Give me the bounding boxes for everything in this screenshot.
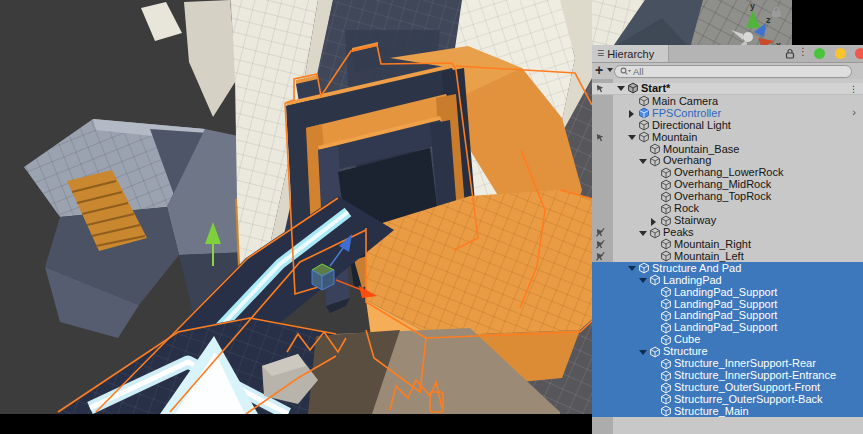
hierarchy-row[interactable]: FPSController› bbox=[592, 107, 863, 119]
row-kebab-icon[interactable]: ⋮ bbox=[849, 83, 858, 95]
row-label: Mountain_Right bbox=[674, 239, 751, 250]
prefab-open-chevron[interactable]: › bbox=[852, 106, 856, 118]
hierarchy-panel: ☰ Hierarchy ⋮ + All Start*⋮ Mai bbox=[592, 45, 863, 434]
unity-editor: y z x ☰ Hierarchy ⋮ + All bbox=[0, 0, 863, 434]
cube-icon bbox=[660, 238, 672, 250]
cube-icon bbox=[660, 358, 672, 370]
hierarchy-row[interactable]: Start*⋮ bbox=[592, 83, 863, 96]
expand-arrow bbox=[649, 239, 660, 249]
hierarchy-row[interactable]: Main Camera bbox=[592, 95, 863, 107]
lock-icon[interactable] bbox=[785, 48, 795, 59]
hierarchy-toolbar: + All bbox=[592, 63, 863, 79]
row-label: Cube bbox=[674, 334, 700, 345]
row-label: Overhang_TopRock bbox=[674, 191, 771, 202]
expand-arrow[interactable] bbox=[616, 83, 627, 93]
hierarchy-row[interactable]: Cube bbox=[592, 334, 863, 346]
cube-icon bbox=[660, 405, 672, 417]
add-dropdown-caret[interactable] bbox=[607, 68, 613, 72]
expand-arrow[interactable] bbox=[638, 347, 649, 357]
hierarchy-row[interactable]: Mountain_Base bbox=[592, 143, 863, 155]
row-label: Mountain_Base bbox=[663, 144, 739, 155]
cube-icon bbox=[649, 227, 661, 239]
row-label: LandingPad_Support bbox=[674, 322, 777, 333]
pick-disabled-icon[interactable] bbox=[596, 240, 605, 249]
window-button-yellow[interactable] bbox=[835, 48, 846, 59]
hierarchy-row[interactable]: Stairway bbox=[592, 215, 863, 227]
expand-arrow bbox=[649, 168, 660, 178]
pick-toggle-icon[interactable] bbox=[596, 133, 605, 142]
hierarchy-row[interactable]: Structure_InnerSupport-Rear bbox=[592, 358, 863, 370]
hierarchy-row[interactable]: Peaks bbox=[592, 227, 863, 239]
expand-arrow[interactable] bbox=[627, 108, 638, 118]
cube-icon bbox=[638, 262, 650, 274]
expand-arrow bbox=[649, 383, 660, 393]
expand-arrow bbox=[649, 192, 660, 202]
hierarchy-row[interactable]: Overhang bbox=[592, 155, 863, 167]
hierarchy-row[interactable]: LandingPad bbox=[592, 274, 863, 286]
expand-arrow bbox=[649, 311, 660, 321]
axis-label-z: z bbox=[766, 15, 771, 25]
expand-arrow[interactable] bbox=[627, 263, 638, 273]
row-label: Structure_InnerSupport-Entrance bbox=[674, 370, 836, 381]
row-label: FPSController bbox=[652, 108, 721, 119]
row-label: Directional Light bbox=[652, 120, 731, 131]
pick-disabled-icon[interactable] bbox=[596, 228, 605, 237]
window-button-red[interactable] bbox=[855, 48, 863, 59]
hierarchy-row[interactable]: LandingPad_Support bbox=[592, 298, 863, 310]
hierarchy-row[interactable]: Directional Light bbox=[592, 119, 863, 131]
expand-arrow bbox=[649, 406, 660, 416]
row-label: Peaks bbox=[663, 227, 694, 238]
cube-icon bbox=[660, 191, 672, 203]
expand-arrow bbox=[649, 251, 660, 261]
hierarchy-row[interactable]: Overhang_MidRock bbox=[592, 179, 863, 191]
row-label: Stairway bbox=[674, 215, 716, 226]
pick-disabled-icon[interactable] bbox=[596, 252, 605, 261]
hierarchy-row[interactable]: Mountain_Left bbox=[592, 250, 863, 262]
row-label: LandingPad_Support bbox=[674, 287, 777, 298]
row-label: Structurre_OuterSupport-Back bbox=[674, 394, 823, 405]
add-object-button[interactable]: + bbox=[595, 62, 603, 78]
expand-arrow[interactable] bbox=[638, 156, 649, 166]
cube-icon bbox=[660, 382, 672, 394]
hierarchy-row[interactable]: Structure_InnerSupport-Entrance bbox=[592, 370, 863, 382]
hierarchy-row[interactable]: Overhang_LowerRock bbox=[592, 167, 863, 179]
hierarchy-row[interactable]: LandingPad_Support bbox=[592, 322, 863, 334]
hierarchy-row[interactable]: Mountain bbox=[592, 131, 863, 143]
cube-icon bbox=[660, 167, 672, 179]
row-label: Main Camera bbox=[652, 96, 718, 107]
cube-icon bbox=[638, 119, 650, 131]
hierarchy-row[interactable]: Structure And Pad bbox=[592, 262, 863, 274]
expand-arrow[interactable] bbox=[638, 275, 649, 285]
hierarchy-row[interactable]: Structurre_OuterSupport-Back bbox=[592, 393, 863, 405]
hierarchy-row[interactable]: LandingPad_Support bbox=[592, 310, 863, 322]
prefab-icon bbox=[638, 107, 650, 119]
gizmo-center-cube[interactable] bbox=[312, 264, 334, 290]
expand-arrow[interactable] bbox=[627, 132, 638, 142]
cube-icon bbox=[638, 95, 650, 107]
search-input[interactable]: All bbox=[614, 65, 852, 78]
hierarchy-titlebar[interactable]: ☰ Hierarchy ⋮ bbox=[592, 45, 863, 63]
hierarchy-row[interactable]: Mountain_Right bbox=[592, 238, 863, 250]
hierarchy-row[interactable]: Structure bbox=[592, 346, 863, 358]
cube-icon bbox=[660, 215, 672, 227]
pick-toggle-icon[interactable] bbox=[596, 84, 605, 93]
hierarchy-row[interactable]: Rock bbox=[592, 203, 863, 215]
expand-arrow bbox=[627, 96, 638, 106]
hierarchy-row[interactable]: Structure_Main bbox=[592, 405, 863, 417]
hierarchy-row[interactable]: LandingPad_Support bbox=[592, 286, 863, 298]
axis-label-y: y bbox=[750, 1, 755, 11]
expand-arrow bbox=[649, 180, 660, 190]
row-label: Structure_Main bbox=[674, 406, 749, 417]
hierarchy-tab-label: Hierarchy bbox=[607, 48, 654, 60]
window-button-green[interactable] bbox=[814, 48, 825, 59]
hierarchy-row[interactable]: Overhang_TopRock bbox=[592, 191, 863, 203]
expand-arrow bbox=[649, 335, 660, 345]
expand-arrow bbox=[649, 371, 660, 381]
expand-arrow bbox=[649, 359, 660, 369]
kebab-menu-icon[interactable]: ⋮ bbox=[798, 46, 808, 57]
row-label: Mountain bbox=[652, 132, 697, 143]
hierarchy-row[interactable]: Structure_OuterSupport-Front bbox=[592, 382, 863, 394]
expand-arrow[interactable] bbox=[638, 228, 649, 238]
expand-arrow[interactable] bbox=[649, 216, 660, 226]
tab-hierarchy[interactable]: ☰ Hierarchy bbox=[592, 45, 669, 62]
